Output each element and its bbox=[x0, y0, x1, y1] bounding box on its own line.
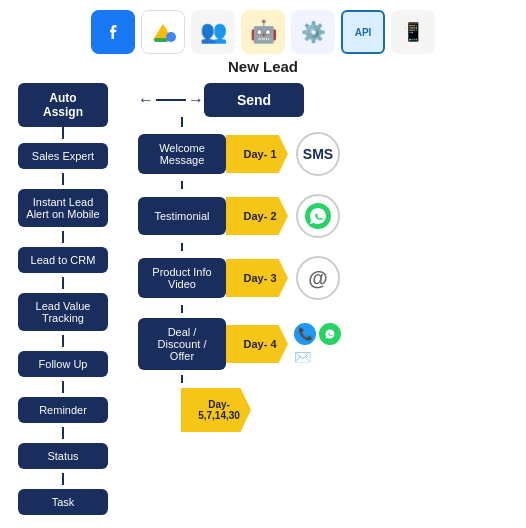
top-icons-row: 👥 🤖 ⚙️ API 📱 bbox=[0, 0, 526, 58]
left-v-line bbox=[62, 473, 64, 485]
left-v-line bbox=[62, 277, 64, 289]
right-arrow: → bbox=[188, 92, 204, 108]
flow-row-4: Deal / Discount / Offer Day- 4 📞 ✉️ bbox=[138, 318, 341, 370]
product-info-video-box: Product Info Video bbox=[138, 258, 226, 298]
h-line bbox=[156, 99, 186, 101]
left-v-line bbox=[62, 173, 64, 185]
phone-call-icon: 📞 bbox=[294, 323, 316, 345]
flow-row-3: Product Info Video Day- 3 @ bbox=[138, 256, 340, 300]
list-item: Lead to CRM bbox=[18, 247, 108, 273]
flow-connector bbox=[181, 375, 183, 383]
whatsapp-mini-icon bbox=[319, 323, 341, 345]
day1-arrow: Day- 1 bbox=[226, 135, 288, 173]
left-v-line bbox=[62, 335, 64, 347]
auto-assign-label: Auto Assign bbox=[43, 91, 83, 119]
flow-connector bbox=[181, 181, 183, 189]
send-box: Send bbox=[204, 83, 304, 117]
left-v-line bbox=[62, 381, 64, 393]
api-icon: API bbox=[341, 10, 385, 54]
flow-row-5: Day- 5,7,14,30 bbox=[138, 388, 251, 432]
day3-arrow: Day- 3 bbox=[226, 259, 288, 297]
welcome-message-box: Welcome Message bbox=[138, 134, 226, 174]
flow-connector bbox=[181, 243, 183, 251]
list-item: Reminder bbox=[18, 397, 108, 423]
facebook-icon bbox=[91, 10, 135, 54]
day4-arrow: Day- 4 bbox=[226, 325, 288, 363]
diagram-container: 👥 🤖 ⚙️ API 📱 New Lead Auto Assign Sales … bbox=[0, 0, 526, 528]
gear-icon: ⚙️ bbox=[291, 10, 335, 54]
deal-discount-box: Deal / Discount / Offer bbox=[138, 318, 226, 370]
list-item: Follow Up bbox=[18, 351, 108, 377]
right-v-line bbox=[181, 117, 183, 127]
send-label: Send bbox=[237, 92, 271, 108]
day5-arrow: Day- 5,7,14,30 bbox=[181, 388, 251, 432]
auto-assign-box: Auto Assign bbox=[18, 83, 108, 127]
whatsapp-icon bbox=[296, 194, 340, 238]
left-items-list: Sales Expert Instant Lead Alert on Mobil… bbox=[18, 139, 108, 519]
multi-icons: 📞 ✉️ bbox=[294, 323, 341, 365]
phone-icon: 📱 bbox=[391, 10, 435, 54]
right-column: ← → Send Welcome Message Day- 1 SMS bbox=[118, 83, 518, 519]
sms-icon: SMS bbox=[296, 132, 340, 176]
list-item: Task bbox=[18, 489, 108, 515]
left-column: Auto Assign Sales Expert Instant Lead Al… bbox=[8, 83, 118, 519]
list-item: Instant Lead Alert on Mobile bbox=[18, 189, 108, 227]
flow-connector bbox=[181, 305, 183, 313]
list-item: Sales Expert bbox=[18, 143, 108, 169]
page-title: New Lead bbox=[0, 58, 526, 75]
left-v-line bbox=[62, 231, 64, 243]
testimonial-box: Testimonial bbox=[138, 197, 226, 235]
left-v-line-1 bbox=[62, 127, 64, 139]
people-icon: 👥 bbox=[191, 10, 235, 54]
left-arrow: ← bbox=[138, 92, 154, 108]
left-v-line bbox=[62, 427, 64, 439]
flow-row-1: Welcome Message Day- 1 SMS bbox=[138, 132, 340, 176]
email-mini-icon: ✉️ bbox=[294, 349, 311, 365]
flow-row-2: Testimonial Day- 2 bbox=[138, 194, 340, 238]
day2-arrow: Day- 2 bbox=[226, 197, 288, 235]
list-item: Status bbox=[18, 443, 108, 469]
list-item: Lead Value Tracking bbox=[18, 293, 108, 331]
google-ads-icon bbox=[141, 10, 185, 54]
bot-icon: 🤖 bbox=[241, 10, 285, 54]
email-icon: @ bbox=[296, 256, 340, 300]
